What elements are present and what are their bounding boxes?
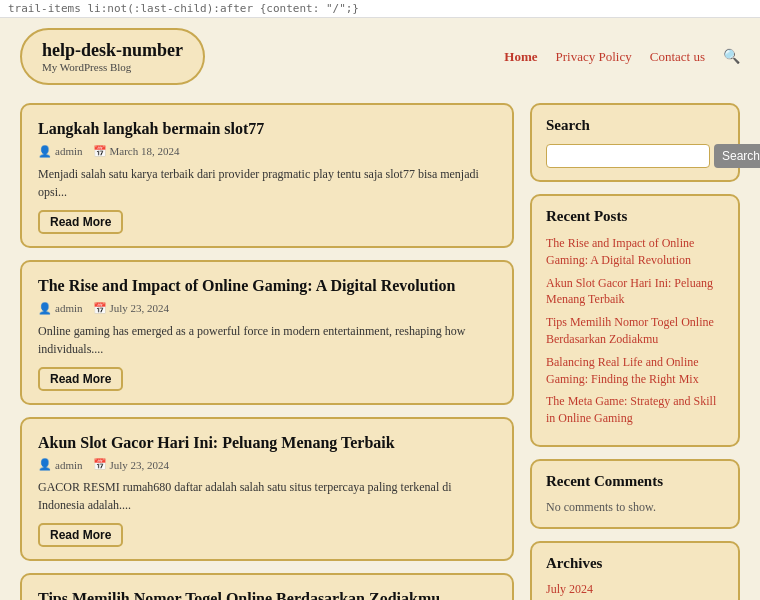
read-more-button-2[interactable]: Read More bbox=[38, 523, 123, 547]
post-meta: 👤 admin 📅 July 23, 2024 bbox=[38, 302, 496, 315]
user-icon: 👤 bbox=[38, 302, 52, 315]
read-more-button-0[interactable]: Read More bbox=[38, 210, 123, 234]
post-card: Langkah langkah bermain slot77 👤 admin 📅… bbox=[20, 103, 514, 248]
user-icon: 👤 bbox=[38, 458, 52, 471]
calendar-icon: 📅 bbox=[93, 302, 107, 315]
user-icon: 👤 bbox=[38, 145, 52, 158]
post-author-1: 👤 admin bbox=[38, 302, 83, 315]
post-meta: 👤 admin 📅 July 23, 2024 bbox=[38, 458, 496, 471]
post-title: Tips Memilih Nomor Togel Online Berdasar… bbox=[38, 589, 496, 600]
search-icon[interactable]: 🔍 bbox=[723, 48, 740, 65]
content-area: Langkah langkah bermain slot77 👤 admin 📅… bbox=[20, 103, 514, 600]
recent-posts-widget: Recent Posts The Rise and Impact of Onli… bbox=[530, 194, 740, 447]
read-more-button-1[interactable]: Read More bbox=[38, 367, 123, 391]
archives-title: Archives bbox=[546, 555, 724, 572]
search-input[interactable] bbox=[546, 144, 710, 168]
post-excerpt-2: GACOR RESMI rumah680 daftar adalah salah… bbox=[38, 478, 496, 514]
site-header: help-desk-number My WordPress Blog Home … bbox=[0, 18, 760, 93]
site-title: help-desk-number bbox=[42, 40, 183, 61]
recent-comments-title: Recent Comments bbox=[546, 473, 724, 490]
nav-contact[interactable]: Contact us bbox=[650, 49, 705, 65]
post-author-0: 👤 admin bbox=[38, 145, 83, 158]
recent-comments-widget: Recent Comments No comments to show. bbox=[530, 459, 740, 529]
debug-bar: trail-items li:not(:last-child):after {c… bbox=[0, 0, 760, 18]
sidebar: Search Search Recent Posts The Rise and … bbox=[530, 103, 740, 600]
post-title: Akun Slot Gacor Hari Ini: Peluang Menang… bbox=[38, 433, 496, 454]
search-button[interactable]: Search bbox=[714, 144, 760, 168]
post-date-2: 📅 July 23, 2024 bbox=[93, 458, 170, 471]
recent-post-item[interactable]: The Meta Game: Strategy and Skill in Onl… bbox=[546, 393, 724, 427]
site-branding: help-desk-number My WordPress Blog bbox=[20, 28, 205, 85]
recent-post-item[interactable]: Balancing Real Life and Online Gaming: F… bbox=[546, 354, 724, 388]
post-date-1: 📅 July 23, 2024 bbox=[93, 302, 170, 315]
nav-privacy[interactable]: Privacy Policy bbox=[556, 49, 632, 65]
search-row: Search bbox=[546, 144, 724, 168]
site-tagline: My WordPress Blog bbox=[42, 61, 183, 73]
no-comments-text: No comments to show. bbox=[546, 500, 724, 515]
post-excerpt-0: Menjadi salah satu karya terbaik dari pr… bbox=[38, 165, 496, 201]
post-title: Langkah langkah bermain slot77 bbox=[38, 119, 496, 140]
recent-posts-title: Recent Posts bbox=[546, 208, 724, 225]
nav-home[interactable]: Home bbox=[504, 49, 537, 65]
post-date-0: 📅 March 18, 2024 bbox=[93, 145, 180, 158]
post-title: The Rise and Impact of Online Gaming: A … bbox=[38, 276, 496, 297]
search-widget: Search Search bbox=[530, 103, 740, 182]
post-card: The Rise and Impact of Online Gaming: A … bbox=[20, 260, 514, 405]
calendar-icon: 📅 bbox=[93, 145, 107, 158]
post-card: Tips Memilih Nomor Togel Online Berdasar… bbox=[20, 573, 514, 600]
search-widget-title: Search bbox=[546, 117, 724, 134]
post-excerpt-1: Online gaming has emerged as a powerful … bbox=[38, 322, 496, 358]
post-author-2: 👤 admin bbox=[38, 458, 83, 471]
post-card: Akun Slot Gacor Hari Ini: Peluang Menang… bbox=[20, 417, 514, 562]
site-nav: Home Privacy Policy Contact us 🔍 bbox=[504, 48, 740, 65]
calendar-icon: 📅 bbox=[93, 458, 107, 471]
archives-widget: Archives July 2024 June 2024 May 2024 bbox=[530, 541, 740, 600]
recent-post-item[interactable]: Tips Memilih Nomor Togel Online Berdasar… bbox=[546, 314, 724, 348]
archive-item[interactable]: July 2024 bbox=[546, 582, 724, 597]
main-wrapper: Langkah langkah bermain slot77 👤 admin 📅… bbox=[0, 93, 760, 600]
post-meta: 👤 admin 📅 March 18, 2024 bbox=[38, 145, 496, 158]
recent-post-item[interactable]: The Rise and Impact of Online Gaming: A … bbox=[546, 235, 724, 269]
recent-post-item[interactable]: Akun Slot Gacor Hari Ini: Peluang Menang… bbox=[546, 275, 724, 309]
